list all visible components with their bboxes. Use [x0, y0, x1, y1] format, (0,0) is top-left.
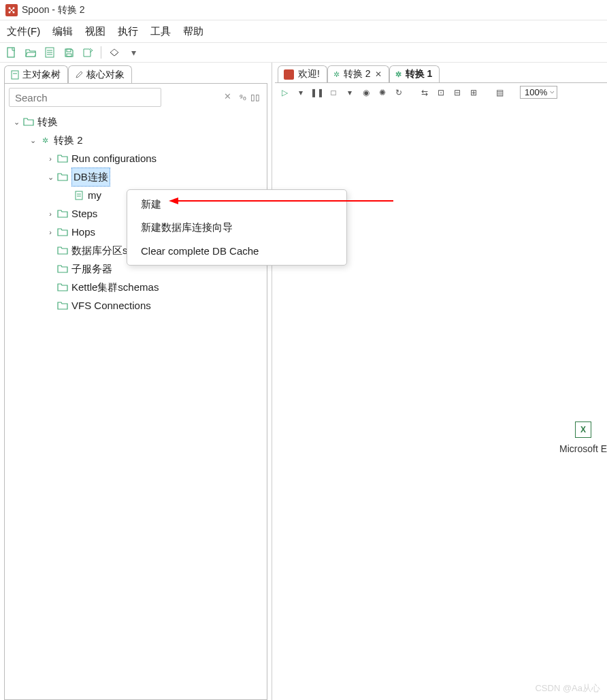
folder-icon [22, 116, 35, 128]
tree-root-label: 转换 [37, 113, 58, 131]
menu-bar: 文件(F) 编辑 视图 执行 工具 帮助 [0, 20, 607, 42]
tree-db-conn[interactable]: ⌄ DB连接 [7, 168, 264, 186]
chevron-right-icon[interactable]: › [46, 150, 55, 168]
pause-icon[interactable]: ❚❚ [312, 87, 323, 98]
folder-icon [56, 281, 69, 293]
cm-new-wizard[interactable]: 新建数据库连接向导 [127, 216, 346, 239]
zoom-select[interactable]: 100% [520, 86, 557, 99]
excel-icon: X [575, 421, 591, 438]
menu-tools[interactable]: 工具 [150, 25, 171, 38]
explore-icon[interactable] [44, 46, 56, 59]
tab-core-objects[interactable]: 核心对象 [68, 65, 132, 84]
tree-db-item-label: my [88, 187, 101, 204]
tree-sub-servers-label: 子服务器 [71, 260, 112, 278]
collapse-icon[interactable]: ▯▯ [250, 93, 260, 102]
show-results-icon[interactable]: ▤ [494, 87, 505, 98]
app-icon [5, 4, 18, 16]
search-row: ✕ ᵍ₀ ▯▯ [9, 88, 263, 107]
menu-run[interactable]: 执行 [118, 25, 138, 38]
preview-icon[interactable]: ◉ [361, 87, 372, 98]
tab-welcome-label: 欢迎! [298, 68, 320, 80]
tree-tab-icon [10, 70, 20, 80]
chevron-down-icon[interactable]: ⌄ [46, 168, 55, 186]
folder-icon [56, 171, 69, 183]
pencil-icon [74, 70, 84, 80]
file-icon [73, 189, 85, 202]
tab-core-objects-label: 核心对象 [86, 69, 125, 81]
window-title: Spoon - 转换 2 [22, 4, 85, 16]
run-icon[interactable]: ▷ [279, 87, 290, 98]
new-file-icon[interactable] [5, 46, 18, 59]
tab-welcome[interactable]: 欢迎! [278, 65, 327, 82]
stop-dropdown-icon[interactable]: ▾ [344, 87, 355, 98]
tree-kettle-schemas-label: Kettle集群schemas [71, 279, 159, 296]
tree-root[interactable]: ⌄ 转换 [7, 112, 264, 131]
tree-run-config[interactable]: › Run configurations [7, 149, 264, 168]
menu-file[interactable]: 文件(F) [7, 25, 40, 38]
folder-icon [56, 263, 69, 275]
verify-icon[interactable]: ⇆ [419, 87, 430, 98]
folder-icon [56, 226, 69, 238]
tree-kettle-schemas[interactable]: Kettle集群schemas [7, 278, 264, 296]
chevron-down-icon[interactable]: ⌄ [12, 113, 21, 131]
title-bar: Spoon - 转换 2 [0, 0, 607, 20]
tab-trans1[interactable]: ✲ 转换 1 [389, 65, 440, 82]
perspective-icon[interactable] [108, 46, 120, 59]
excel-label: Microsoft E [559, 443, 607, 454]
menu-edit[interactable]: 编辑 [52, 25, 73, 38]
chevron-right-icon[interactable]: › [46, 223, 55, 241]
run-dropdown-icon[interactable]: ▾ [295, 87, 306, 98]
excel-step[interactable]: X Microsoft E [559, 421, 607, 454]
search-input[interactable] [9, 88, 161, 107]
explore-db-icon[interactable]: ⊞ [468, 87, 479, 98]
transformation-icon: ✲ [39, 134, 51, 146]
cm-clear-cache[interactable]: Clear complete DB Cache [127, 239, 346, 262]
open-icon[interactable] [24, 46, 37, 59]
panel-tabs: 主对象树 核心对象 [4, 65, 267, 84]
tree-trans-label: 转换 2 [54, 131, 83, 149]
debug-icon[interactable]: ✺ [377, 87, 388, 98]
close-icon[interactable]: ✕ [375, 69, 382, 79]
panel-body: ✕ ᵍ₀ ▯▯ ⌄ 转换 ⌄ ✲ 转换 2 [4, 83, 267, 700]
cm-new[interactable]: 新建 [127, 193, 346, 216]
svg-rect-11 [12, 71, 18, 79]
dropdown-icon[interactable]: ▾ [127, 46, 140, 59]
spoon-tab-icon [284, 69, 294, 80]
tab-trans2[interactable]: ✲ 转换 2 ✕ [327, 65, 389, 82]
folder-icon [56, 244, 69, 257]
save-icon[interactable] [63, 46, 75, 59]
tab-trans1-label: 转换 1 [406, 68, 433, 80]
context-menu: 新建 新建数据库连接向导 Clear complete DB Cache [127, 189, 347, 266]
tree-trans[interactable]: ⌄ ✲ 转换 2 [7, 131, 264, 149]
left-panel: 主对象树 核心对象 ✕ ᵍ₀ ▯▯ ⌄ [0, 63, 272, 700]
chevron-right-icon[interactable]: › [46, 205, 55, 223]
tab-trans2-label: 转换 2 [344, 68, 371, 80]
tree-steps-label: Steps [71, 205, 97, 223]
main-area: 主对象树 核心对象 ✕ ᵍ₀ ▯▯ ⌄ [0, 63, 607, 700]
separator [101, 46, 101, 59]
watermark: CSDN @Aa从心 [535, 682, 600, 695]
doc-tabs: 欢迎! ✲ 转换 2 ✕ ✲ 转换 1 [275, 65, 607, 82]
menu-help[interactable]: 帮助 [183, 25, 203, 38]
tab-main-tree[interactable]: 主对象树 [4, 65, 68, 84]
folder-icon [56, 208, 69, 220]
toolbar-top: ▾ [0, 42, 607, 63]
tree-vfs-label: VFS Connections [71, 297, 151, 315]
menu-view[interactable]: 视图 [85, 25, 105, 38]
folder-icon [56, 300, 69, 312]
tree-hops-label: Hops [71, 223, 95, 241]
stop-icon[interactable]: □ [328, 87, 339, 98]
sql-icon[interactable]: ⊟ [452, 87, 463, 98]
replay-icon[interactable]: ↻ [393, 87, 404, 98]
save-as-icon[interactable] [82, 46, 94, 59]
transformation-icon: ✲ [333, 70, 340, 79]
tree-run-config-label: Run configurations [71, 150, 157, 168]
canvas-toolbar: ▷ ▾ ❚❚ □ ▾ ◉ ✺ ↻ ⇆ ⊡ ⊟ ⊞ ▤ 100% [275, 82, 607, 101]
clear-search-icon[interactable]: ✕ [224, 91, 231, 101]
chevron-down-icon[interactable]: ⌄ [28, 131, 37, 149]
expand-icon[interactable]: ᵍ₀ [240, 93, 246, 102]
right-panel: 欢迎! ✲ 转换 2 ✕ ✲ 转换 1 ▷ ▾ ❚❚ □ ▾ ◉ ✺ ↻ ⇆ ⊡… [272, 63, 607, 700]
impact-icon[interactable]: ⊡ [436, 87, 446, 98]
tab-main-tree-label: 主对象树 [22, 69, 61, 81]
tree-vfs[interactable]: VFS Connections [7, 296, 264, 315]
